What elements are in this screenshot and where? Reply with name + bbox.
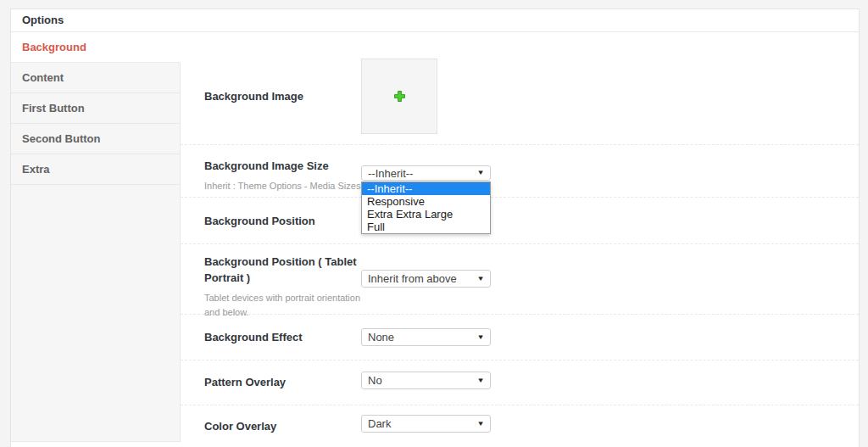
- select-value: Inherit from above: [368, 272, 457, 285]
- field-background-position-tablet: Background Position ( Tablet Portrait ) …: [181, 244, 859, 315]
- field-label: Background Effect: [204, 330, 361, 346]
- options-sidebar: Background Content First Button Second B…: [11, 32, 181, 447]
- tab-background[interactable]: Background: [11, 32, 181, 63]
- add-image-icon: [394, 91, 405, 102]
- select-value: --Inherit--: [368, 167, 413, 180]
- tab-content[interactable]: Content: [11, 63, 181, 93]
- dropdown-item-extra-extra-large[interactable]: Extra Extra Large: [362, 208, 490, 221]
- options-panel: Options Background Content First Button …: [10, 8, 860, 447]
- tab-first-button[interactable]: First Button: [11, 93, 181, 124]
- field-label: Background Position ( Tablet Portrait ): [204, 254, 361, 287]
- background-image-size-dropdown: --Inherit-- Responsive Extra Extra Large…: [361, 182, 491, 234]
- dropdown-arrow-icon: ▼: [476, 170, 484, 176]
- field-label: Color Overlay: [204, 419, 361, 435]
- field-label: Pattern Overlay: [204, 375, 361, 391]
- background-image-upload[interactable]: [361, 59, 437, 134]
- background-effect-select[interactable]: None ▼: [361, 328, 491, 346]
- dropdown-item-inherit[interactable]: --Inherit--: [362, 182, 490, 195]
- dropdown-arrow-icon: ▼: [476, 377, 484, 384]
- field-help: Inherit : Theme Options - Media Sizes.: [204, 179, 361, 194]
- panel-main: Background Content First Button Second B…: [11, 32, 859, 447]
- sidebar-filler: [11, 185, 181, 442]
- dropdown-item-responsive[interactable]: Responsive: [362, 195, 490, 208]
- select-value: None: [368, 331, 394, 344]
- field-label: Background Position: [204, 214, 361, 230]
- options-content: Background Image Background Image Size I…: [181, 32, 859, 447]
- field-pattern-overlay: Pattern Overlay No ▼: [181, 360, 859, 405]
- dropdown-arrow-icon: ▼: [476, 276, 484, 282]
- field-color-overlay: Color Overlay Dark ▼: [181, 405, 859, 447]
- field-background-image-size: Background Image Size Inherit : Theme Op…: [181, 145, 859, 198]
- dropdown-arrow-icon: ▼: [476, 421, 484, 427]
- dropdown-item-full[interactable]: Full: [362, 221, 490, 233]
- field-label: Background Image Size: [204, 159, 361, 175]
- select-value: No: [368, 374, 382, 387]
- background-position-tablet-select[interactable]: Inherit from above ▼: [361, 270, 491, 288]
- field-background-image: Background Image: [181, 32, 859, 145]
- panel-title: Options: [11, 9, 859, 32]
- field-background-position: Background Position ▼: [181, 198, 859, 244]
- pattern-overlay-select[interactable]: No ▼: [361, 372, 491, 389]
- tab-second-button[interactable]: Second Button: [11, 124, 181, 154]
- field-label: Background Image: [204, 89, 361, 105]
- select-value: Dark: [368, 417, 391, 430]
- color-overlay-select[interactable]: Dark ▼: [361, 415, 491, 433]
- field-background-effect: Background Effect None ▼: [181, 315, 859, 360]
- background-image-size-select[interactable]: --Inherit-- ▼: [361, 165, 491, 181]
- tab-extra[interactable]: Extra: [11, 154, 181, 185]
- dropdown-arrow-icon: ▼: [476, 334, 484, 341]
